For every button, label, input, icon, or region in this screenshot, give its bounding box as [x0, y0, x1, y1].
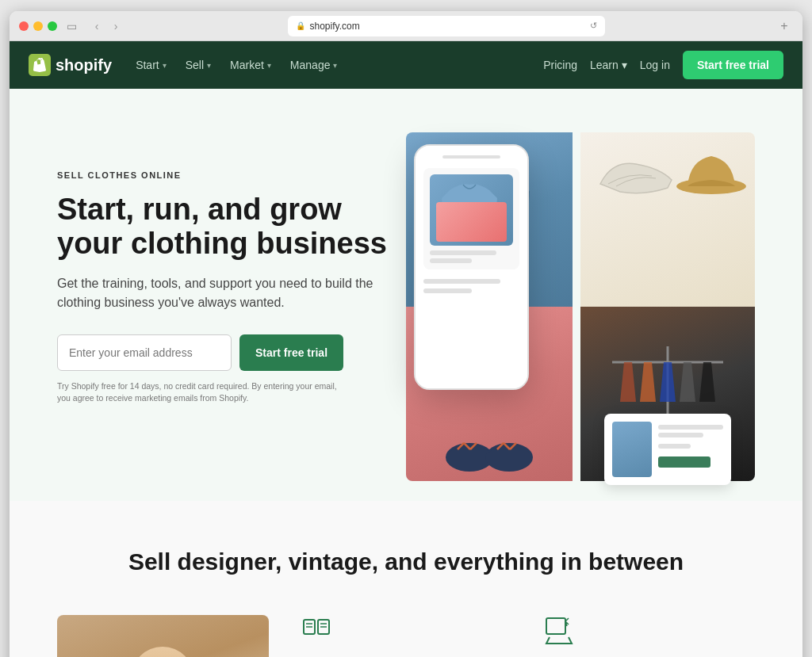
- nav-item-start[interactable]: Start ▾: [128, 54, 174, 76]
- product-detail-bar: [658, 433, 703, 437]
- nav-pricing-link[interactable]: Pricing: [543, 59, 577, 71]
- browser-nav: ‹ ›: [90, 19, 123, 33]
- shoes-shape: [442, 426, 537, 473]
- hero-title: Start, run, and grow your clothing busin…: [57, 193, 390, 262]
- close-button[interactable]: [19, 21, 29, 31]
- browser-window: ▭ ‹ › 🔒 shopify.com ↺ + shopify: [10, 11, 802, 657]
- hat-shape: [676, 140, 747, 196]
- shopify-logo[interactable]: shopify: [29, 54, 112, 76]
- hero-cta-button[interactable]: Start free trial: [239, 334, 343, 371]
- jacket-thumbnail: [438, 178, 501, 234]
- phone-product-image: [430, 174, 513, 246]
- back-nav-button[interactable]: ‹: [90, 19, 104, 33]
- product-name-bar: [658, 425, 723, 430]
- store-product-thumb: [612, 422, 652, 477]
- hero-eyebrow: SELL CLOTHES ONLINE: [57, 170, 390, 180]
- sidebar-toggle-icon[interactable]: ▭: [67, 20, 77, 32]
- phone-product-title-bar: [430, 250, 496, 255]
- phone-product-card: [423, 168, 519, 269]
- logo-text: shopify: [56, 56, 112, 74]
- hero-mockup: [390, 120, 755, 501]
- sneaker-shape: [596, 144, 676, 200]
- store-ui-card-inner: [612, 422, 723, 477]
- accessories-image: [580, 132, 755, 307]
- woman-body: [131, 647, 194, 657]
- hero-section: SELL CLOTHES ONLINE Start, run, and grow…: [10, 89, 802, 501]
- window-controls: [19, 21, 57, 31]
- chevron-down-icon: ▾: [622, 59, 627, 71]
- chevron-down-icon: ▾: [267, 61, 271, 70]
- hero-content: SELL CLOTHES ONLINE Start, run, and grow…: [57, 170, 390, 452]
- forward-nav-button[interactable]: ›: [109, 19, 123, 33]
- features-inner: Sell designer, vintage, and everything i…: [57, 548, 755, 657]
- browser-actions: +: [776, 17, 793, 35]
- lock-icon: 🔒: [296, 21, 305, 30]
- nav-item-market[interactable]: Market ▾: [222, 54, 279, 76]
- features-title: Sell designer, vintage, and everything i…: [57, 548, 755, 575]
- phone-status-bar: [442, 155, 500, 159]
- phone-screen: [416, 146, 527, 388]
- url-text: shopify.com: [310, 21, 360, 32]
- minimize-button[interactable]: [33, 21, 43, 31]
- store-product-info: [658, 422, 723, 477]
- address-bar[interactable]: 🔒 shopify.com ↺: [288, 16, 605, 36]
- website-content: shopify Start ▾ Sell ▾ Market ▾ Manage ▾: [10, 41, 802, 657]
- store-ui-card: [604, 414, 731, 485]
- svg-rect-12: [546, 618, 565, 634]
- hero-disclaimer: Try Shopify free for 14 days, no credit …: [57, 380, 343, 403]
- hero-image: [390, 120, 755, 501]
- nav-item-manage[interactable]: Manage ▾: [282, 54, 346, 76]
- nav-right: Pricing Learn ▾ Log in Start free trial: [543, 51, 783, 79]
- hero-email-input[interactable]: [57, 334, 232, 371]
- phone-info-bar-1: [423, 279, 500, 284]
- site-navigation: shopify Start ▾ Sell ▾ Market ▾ Manage ▾: [10, 41, 802, 89]
- features-section: Sell designer, vintage, and everything i…: [10, 501, 802, 657]
- resources-icon: [301, 615, 332, 647]
- new-tab-button[interactable]: +: [776, 17, 793, 35]
- phone-product-price-bar: [430, 258, 472, 263]
- nav-login-link[interactable]: Log in: [640, 59, 670, 71]
- feature-tools: Intuitive tools Build a stunning online …: [543, 615, 755, 657]
- maximize-button[interactable]: [48, 21, 57, 31]
- phone-bottom-area: [423, 276, 519, 296]
- browser-titlebar: ▭ ‹ › 🔒 shopify.com ↺ +: [10, 11, 802, 41]
- logo-bag-icon: [29, 54, 51, 76]
- phone-mockup: [414, 144, 529, 390]
- nav-links: Start ▾ Sell ▾ Market ▾ Manage ▾: [128, 54, 543, 76]
- hero-form: Start free trial: [57, 334, 390, 371]
- tools-icon: [543, 615, 575, 647]
- chevron-down-icon: ▾: [163, 61, 167, 70]
- refresh-button[interactable]: ↺: [590, 21, 597, 31]
- feature-resources: Helpful resources Access free videos, we…: [301, 615, 512, 657]
- nav-learn-link[interactable]: Learn ▾: [590, 59, 627, 71]
- hero-subtitle: Get the training, tools, and support you…: [57, 274, 390, 312]
- chevron-down-icon: ▾: [333, 61, 337, 70]
- woman-photo: [57, 615, 269, 657]
- nav-start-trial-button[interactable]: Start free trial: [683, 51, 783, 79]
- features-grid: Helpful resources Access free videos, we…: [57, 615, 755, 657]
- chevron-down-icon: ▾: [207, 61, 211, 70]
- phone-info-bar-2: [423, 288, 472, 293]
- product-price-bar: [658, 444, 691, 449]
- add-to-cart-btn: [658, 456, 710, 468]
- nav-item-sell[interactable]: Sell ▾: [178, 54, 219, 76]
